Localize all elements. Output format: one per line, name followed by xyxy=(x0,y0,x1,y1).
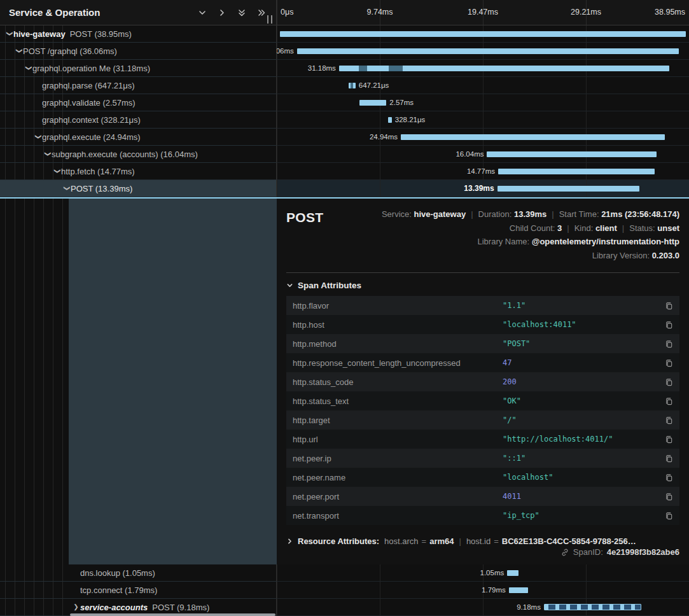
overview-line-2: Child Count: 3|Kind: client|Status: unse… xyxy=(382,221,679,235)
span-bar-cell[interactable]: 328.21μs xyxy=(277,111,689,129)
attribute-key: http.flavor xyxy=(293,301,503,311)
chevron-down-icon[interactable] xyxy=(198,8,207,17)
span-name-cell[interactable]: graphql.parse (647.21μs) xyxy=(0,77,277,94)
copy-value-button[interactable] xyxy=(665,340,673,348)
span-attributes-toggle[interactable]: Span Attributes xyxy=(286,281,679,290)
span-duration-bar[interactable] xyxy=(544,604,641,610)
copy-value-button[interactable] xyxy=(665,359,673,367)
bar-duration-label: 647.21μs xyxy=(359,81,389,89)
span-bar-cell[interactable]: 9.18ms xyxy=(277,599,689,616)
span-row[interactable]: ❯hive-gatewayPOST (38.95ms) xyxy=(0,25,689,43)
span-bar-cell[interactable]: 31.18ms xyxy=(277,60,689,77)
bar-child-segment xyxy=(389,66,403,71)
span-duration-bar[interactable] xyxy=(388,117,392,123)
span-row[interactable]: graphql.validate (2.57ms)2.57ms xyxy=(0,94,689,111)
expand-chevron-icon[interactable]: ❯ xyxy=(6,30,13,38)
copy-value-button[interactable] xyxy=(665,454,673,463)
copy-icon xyxy=(665,340,673,348)
copy-value-button[interactable] xyxy=(665,302,673,310)
span-name-cell[interactable]: ❯hive-gatewayPOST (38.95ms) xyxy=(0,25,277,43)
copy-value-button[interactable] xyxy=(665,493,673,501)
span-duration-bar[interactable] xyxy=(297,48,679,54)
span-duration-bar[interactable] xyxy=(349,83,356,88)
double-chevron-right-icon[interactable] xyxy=(257,8,266,17)
span-row[interactable]: ❯graphql.operation Me (31.18ms)31.18ms xyxy=(0,60,689,77)
attribute-row: net.transport"ip_tcp" xyxy=(286,506,679,525)
span-row[interactable]: ❯POST (13.39ms)13.39ms xyxy=(0,180,689,197)
span-duration-bar[interactable] xyxy=(359,100,387,106)
horizontal-scrollbar-thumb[interactable] xyxy=(70,613,275,616)
span-bar-cell[interactable]: 24.94ms xyxy=(277,129,689,146)
timeline-tick-label: 29.21ms xyxy=(571,8,601,17)
span-duration-bar[interactable] xyxy=(401,134,665,140)
span-duration-bar[interactable] xyxy=(498,186,639,192)
span-bar-cell[interactable]: 1.79ms xyxy=(277,582,689,599)
chevron-right-icon[interactable] xyxy=(218,8,226,17)
span-name-cell[interactable]: ❯graphql.execute (24.94ms) xyxy=(0,129,277,146)
expand-chevron-icon[interactable]: ❯ xyxy=(35,133,41,141)
copy-icon xyxy=(665,416,673,424)
span-row[interactable]: graphql.parse (647.21μs)647.21μs xyxy=(0,77,689,94)
span-duration-bar[interactable] xyxy=(498,169,655,174)
expand-chevron-icon[interactable]: ❯ xyxy=(16,47,22,55)
expand-chevron-icon[interactable]: ❯ xyxy=(64,185,70,193)
span-row[interactable]: ❯graphql.execute (24.94ms)24.94ms xyxy=(0,129,689,146)
library-version-value: 0.203.0 xyxy=(652,251,679,260)
bar-duration-label: 328.21μs xyxy=(395,116,426,123)
span-name-cell[interactable]: graphql.context (328.21μs) xyxy=(0,111,277,129)
copy-value-button[interactable] xyxy=(665,321,673,329)
span-name-cell[interactable]: tcp.connect (1.79ms) xyxy=(0,582,277,599)
copy-icon xyxy=(665,454,673,463)
span-name-cell[interactable]: ❯subgraph.execute (accounts) (16.04ms) xyxy=(0,146,277,163)
span-row[interactable]: dns.lookup (1.05ms)1.05ms xyxy=(0,564,689,582)
span-row[interactable]: ❯subgraph.execute (accounts) (16.04ms)16… xyxy=(0,146,689,163)
link-icon[interactable] xyxy=(560,548,569,557)
copy-icon xyxy=(665,321,673,329)
expand-chevron-icon[interactable]: ❯ xyxy=(54,167,60,176)
span-bar-cell[interactable]: 36.06ms xyxy=(277,43,689,60)
header-bar: Service & Operation 0μs9.74ms19.47ms29.2… xyxy=(0,0,689,25)
span-duration-bar[interactable] xyxy=(487,151,657,157)
span-bar-cell[interactable]: 2.57ms xyxy=(277,94,689,111)
resource-attribute-key: host.arch xyxy=(384,536,418,546)
span-duration-bar[interactable] xyxy=(507,570,518,576)
indent-guides xyxy=(0,199,69,564)
span-bar-cell[interactable]: 13.39ms xyxy=(277,180,689,197)
double-chevron-down-icon[interactable] xyxy=(237,8,246,17)
copy-value-button[interactable] xyxy=(665,512,673,520)
span-row[interactable]: tcp.connect (1.79ms)1.79ms xyxy=(0,582,689,599)
span-name-cell[interactable]: ❯POST (13.39ms) xyxy=(0,180,277,197)
attribute-row: net.peer.port4011 xyxy=(286,487,679,506)
span-bar-cell[interactable]: 14.77ms xyxy=(277,163,689,180)
attribute-key: http.target xyxy=(293,416,503,425)
span-row[interactable]: graphql.context (328.21μs)328.21μs xyxy=(0,111,689,129)
span-bar-cell[interactable]: 1.05ms xyxy=(277,564,689,582)
span-duration-bar[interactable] xyxy=(509,587,528,593)
column-resize-handle[interactable] xyxy=(267,15,272,24)
copy-value-button[interactable] xyxy=(665,416,673,424)
detail-field-label: Child Count: xyxy=(510,223,557,233)
span-name-cell[interactable]: ❯graphql.operation Me (31.18ms) xyxy=(0,60,277,77)
expand-chevron-icon[interactable]: ❯ xyxy=(25,64,32,73)
resource-attributes-row[interactable]: Resource Attributes: host.arch=arm64|hos… xyxy=(286,536,679,546)
expand-chevron-icon[interactable]: ❯ xyxy=(45,150,51,158)
span-name-cell[interactable]: ❯http.fetch (14.77ms) xyxy=(0,163,277,180)
span-duration-bar[interactable] xyxy=(339,66,669,71)
span-duration-bar[interactable] xyxy=(280,31,686,37)
overview-line-1: Service: hive-gateway|Duration: 13.39ms|… xyxy=(382,207,679,221)
span-name-cell[interactable]: graphql.validate (2.57ms) xyxy=(0,94,277,111)
span-bar-cell[interactable]: 647.21μs xyxy=(277,77,689,94)
copy-value-button[interactable] xyxy=(665,435,673,444)
span-name-cell[interactable]: ❯POST /graphql (36.06ms) xyxy=(0,43,277,60)
span-name-cell[interactable]: dns.lookup (1.05ms) xyxy=(0,564,277,582)
span-row[interactable]: ❯http.fetch (14.77ms)14.77ms xyxy=(0,163,689,180)
expand-chevron-icon[interactable]: ❯ xyxy=(72,604,80,610)
attribute-value: 47 xyxy=(503,358,660,367)
copy-value-button[interactable] xyxy=(665,473,673,482)
copy-icon xyxy=(665,397,673,405)
span-row[interactable]: ❯POST /graphql (36.06ms)36.06ms xyxy=(0,43,689,60)
copy-value-button[interactable] xyxy=(665,378,673,386)
span-bar-cell[interactable]: 16.04ms xyxy=(277,146,689,163)
copy-value-button[interactable] xyxy=(665,397,673,405)
span-bar-cell[interactable] xyxy=(277,25,689,43)
